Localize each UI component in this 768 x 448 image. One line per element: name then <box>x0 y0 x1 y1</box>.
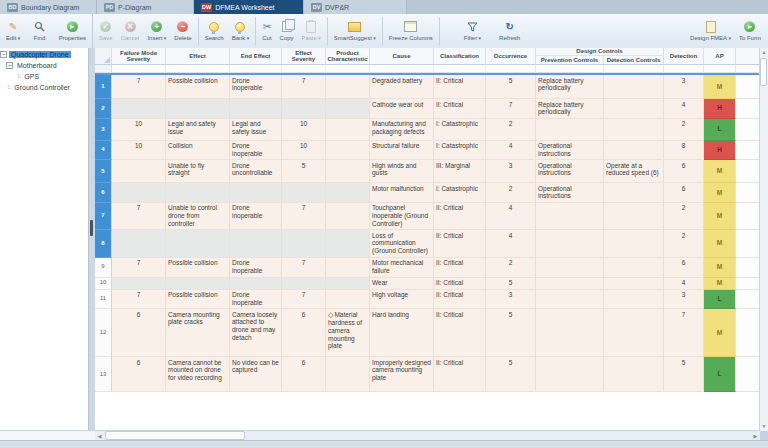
cell-det[interactable]: 4 <box>664 99 704 119</box>
cell-effect[interactable]: Unable to control drone from controller <box>166 203 230 230</box>
cell-detctrl[interactable] <box>604 75 664 99</box>
filter-cell[interactable] <box>604 65 664 73</box>
to-form-button[interactable]: ► To Form <box>735 14 765 48</box>
cell-prev[interactable] <box>536 258 604 278</box>
row-number[interactable]: 6 <box>95 183 112 203</box>
cell-occ[interactable]: 3 <box>486 290 536 310</box>
cell-fmsev[interactable]: 6 <box>112 357 166 392</box>
filter-cell[interactable] <box>166 65 230 73</box>
cell-occ[interactable]: 5 <box>486 357 536 392</box>
cell-effsev[interactable]: 7 <box>282 203 326 230</box>
cell-cls[interactable]: II: Critical <box>434 309 486 357</box>
delete-button[interactable]: − Delete <box>170 14 195 48</box>
cell-cls[interactable]: II: Critical <box>434 278 486 290</box>
cell-ap[interactable]: M <box>704 160 736 183</box>
tree-item-gps[interactable]: └ GPS <box>0 71 88 82</box>
cell-ap[interactable]: L <box>704 290 736 310</box>
row-number[interactable]: 4 <box>95 141 112 161</box>
cell-fmsev[interactable] <box>112 183 166 203</box>
cell-occ[interactable]: 5 <box>486 278 536 290</box>
cell-cause[interactable]: High voltage <box>370 290 434 310</box>
cell-prodchar[interactable] <box>326 119 370 141</box>
cell-effsev[interactable]: 6 <box>282 357 326 392</box>
cell-prodchar[interactable] <box>326 141 370 161</box>
cell-prev[interactable] <box>536 309 604 357</box>
cell-prodchar[interactable] <box>326 278 370 290</box>
row-number[interactable]: 5 <box>95 160 112 183</box>
cell-fmsev[interactable]: 7 <box>112 258 166 278</box>
cell-endeffect[interactable]: Camera loosely attached to drone and may… <box>230 309 282 357</box>
cell-ap[interactable]: M <box>704 258 736 278</box>
cell-occ[interactable]: 3 <box>486 160 536 183</box>
row-number[interactable]: 12 <box>95 309 112 357</box>
cell-prodchar[interactable] <box>326 357 370 392</box>
collapse-icon[interactable]: − <box>0 51 7 58</box>
cell-det[interactable]: 2 <box>664 230 704 257</box>
cell-cause[interactable]: Motor mechanical failure <box>370 258 434 278</box>
freeze-columns-button[interactable]: Freeze Columns <box>385 14 437 48</box>
cell-detctrl[interactable] <box>604 99 664 119</box>
cell-detctrl[interactable] <box>604 357 664 392</box>
find-button[interactable]: Find <box>30 14 50 48</box>
cell-cause[interactable]: High winds and gusts <box>370 160 434 183</box>
cell-prev[interactable]: Operational instructions <box>536 160 604 183</box>
select-all-corner[interactable] <box>95 48 112 65</box>
filter-cell[interactable] <box>230 65 282 73</box>
cell-effect[interactable] <box>166 183 230 203</box>
col-header-prevention-controls[interactable]: Prevention Controls <box>536 56 604 65</box>
cell-effsev[interactable]: 7 <box>282 75 326 99</box>
row-number[interactable]: 1 <box>95 75 112 99</box>
cell-prev[interactable]: Operational instructions <box>536 141 604 161</box>
cell-det[interactable]: 5 <box>664 357 704 392</box>
cell-ap[interactable]: M <box>704 309 736 357</box>
cell-effect[interactable] <box>166 278 230 290</box>
filter-cell[interactable] <box>664 65 704 73</box>
cell-detctrl[interactable] <box>604 309 664 357</box>
cell-det[interactable]: 8 <box>664 141 704 161</box>
cell-cls[interactable]: II: Critical <box>434 258 486 278</box>
save-button[interactable]: ✓ Save <box>95 14 117 48</box>
splitter-handle-icon[interactable] <box>90 220 93 236</box>
cell-detctrl[interactable] <box>604 141 664 161</box>
cell-effect[interactable]: Legal and safety issue <box>166 119 230 141</box>
edit-button[interactable]: ✎ Edit <box>2 14 24 48</box>
cell-prev[interactable] <box>536 278 604 290</box>
cell-det[interactable]: 4 <box>664 278 704 290</box>
tree-item-motherboard[interactable]: − Motherboard <box>0 60 88 71</box>
horizontal-scroll-thumb[interactable] <box>105 431 245 440</box>
cell-ap[interactable]: M <box>704 203 736 230</box>
cell-ap[interactable]: M <box>704 183 736 203</box>
cell-cls[interactable]: II: Critical <box>434 357 486 392</box>
cell-detctrl[interactable]: Operate at a reduced speed (6) <box>604 160 664 183</box>
cell-fmsev[interactable]: 7 <box>112 203 166 230</box>
cell-fmsev[interactable]: 7 <box>112 290 166 310</box>
properties-button[interactable]: ► Properties <box>55 14 90 48</box>
cell-prev[interactable] <box>536 290 604 310</box>
cell-cls[interactable]: III: Marginal <box>434 160 486 183</box>
cell-fmsev[interactable] <box>112 278 166 290</box>
cell-cls[interactable]: II: Critical <box>434 290 486 310</box>
cell-effsev[interactable]: 6 <box>282 309 326 357</box>
row-number[interactable]: 9 <box>95 258 112 278</box>
cell-prodchar[interactable] <box>326 290 370 310</box>
filter-button[interactable]: Filter <box>460 14 485 48</box>
filter-cell[interactable] <box>112 65 166 73</box>
cell-occ[interactable]: 5 <box>486 75 536 99</box>
cell-prodchar[interactable] <box>326 75 370 99</box>
cell-cls[interactable]: II: Critical <box>434 203 486 230</box>
cell-prev[interactable]: Operational instructions <box>536 183 604 203</box>
col-header-detection-controls[interactable]: Detection Controls <box>604 56 664 65</box>
cell-cls[interactable]: II: Critical <box>434 75 486 99</box>
cell-endeffect[interactable] <box>230 278 282 290</box>
cell-det[interactable]: 2 <box>664 119 704 141</box>
row-number[interactable]: 2 <box>95 99 112 119</box>
cell-effect[interactable]: Possible collision <box>166 75 230 99</box>
cell-prodchar[interactable] <box>326 258 370 278</box>
cell-endeffect[interactable]: Drone uncontrollable <box>230 160 282 183</box>
col-header-ap[interactable]: AP <box>704 48 736 65</box>
cell-effsev[interactable] <box>282 99 326 119</box>
cell-prev[interactable] <box>536 230 604 257</box>
cell-det[interactable]: 2 <box>664 203 704 230</box>
cell-endeffect[interactable]: No video can be captured <box>230 357 282 392</box>
cell-endeffect[interactable]: Drone inoperable <box>230 141 282 161</box>
